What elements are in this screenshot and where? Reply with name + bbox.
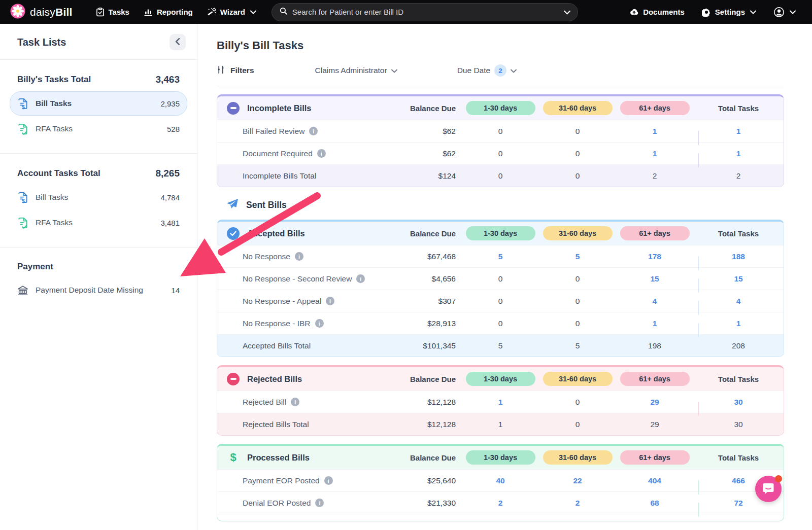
table-row: Denial EOR Posted i $21,330226872 <box>217 491 784 514</box>
task-count-cell[interactable]: 5 <box>462 252 539 261</box>
sidebar-section-total: 8,265 <box>155 168 180 179</box>
info-icon[interactable]: i <box>309 127 318 135</box>
task-count-cell: 0 <box>539 274 616 284</box>
task-count-total-cell: 0 <box>539 171 616 181</box>
minus-circle-icon <box>227 102 240 115</box>
task-count-cell[interactable]: 2 <box>462 499 539 508</box>
info-icon[interactable]: i <box>356 274 365 283</box>
chat-launcher-button[interactable] <box>755 476 782 502</box>
sidebar-item-label: RFA Tasks <box>36 124 160 133</box>
due-date-filter[interactable]: Due Date 2 <box>457 64 517 77</box>
task-count-cell[interactable]: 2 <box>539 499 616 508</box>
task-count-cell[interactable]: 40 <box>462 476 539 485</box>
sidebar-section-heading: Billy's Tasks Total <box>17 75 91 85</box>
task-count-cell[interactable]: 1 <box>616 149 693 158</box>
row-label: Payment EOR Posted i <box>217 476 391 485</box>
task-count-cell[interactable]: 1 <box>616 319 693 328</box>
search-input[interactable] <box>292 8 559 16</box>
column-header-balance-due: Balance Due <box>391 453 462 462</box>
sidebar-item-rfa-tasks[interactable]: RFA Tasks 528 <box>10 117 187 141</box>
task-count-cell[interactable]: 1 <box>462 398 539 407</box>
daisybill-logo[interactable]: daisyBill <box>10 4 73 21</box>
task-count-cell[interactable]: 1 <box>616 127 693 136</box>
column-header-balance-due: Balance Due <box>391 229 462 238</box>
balance-due-cell: $62 <box>391 149 462 158</box>
svg-text:$: $ <box>22 198 25 203</box>
wizard-wand-icon <box>207 8 216 17</box>
table-row: No Response - Appeal i $3070044 <box>217 290 784 312</box>
check-circle-icon <box>227 227 240 240</box>
table-total-row: Accepted Bills Total $101,34555198208 <box>217 334 784 357</box>
column-header-total-tasks: Total Tasks <box>693 375 784 383</box>
column-header-61-plus-days: 61+ days <box>616 372 693 386</box>
info-icon[interactable]: i <box>291 398 299 406</box>
info-icon[interactable]: i <box>295 252 303 261</box>
info-icon[interactable]: i <box>326 297 334 305</box>
rfa-doc-icon <box>17 123 28 134</box>
task-count-cell[interactable]: 29 <box>616 398 693 407</box>
sidebar-item-payment-deposit-date-missing[interactable]: Payment Deposit Date Missing 14 <box>10 278 187 302</box>
nav-item-wizard[interactable]: Wizard <box>201 5 262 20</box>
search-chevron-down-icon[interactable] <box>564 8 570 17</box>
brand-wordmark: daisyBill <box>30 6 73 18</box>
total-tasks-cell[interactable]: 4 <box>693 297 784 306</box>
sidebar-collapse-button[interactable] <box>170 34 186 50</box>
page-title: Billy's Bill Tasks <box>217 39 784 52</box>
svg-text:$: $ <box>22 104 25 110</box>
sidebar-item-bill-tasks[interactable]: $ Bill Tasks 2,935 <box>10 91 187 116</box>
daisy-flower-icon <box>10 4 25 21</box>
sidebar-section-total: 3,463 <box>155 74 180 85</box>
nav-item-settings[interactable]: Settings <box>696 5 762 20</box>
task-count-cell[interactable]: 404 <box>616 476 693 485</box>
filters-button[interactable]: Filters <box>217 65 254 76</box>
task-count-cell[interactable]: 15 <box>616 274 693 284</box>
info-icon[interactable]: i <box>315 499 324 507</box>
task-count-cell[interactable]: 4 <box>616 297 693 306</box>
total-tasks-cell[interactable]: 30 <box>693 398 784 407</box>
main-content: Billy's Bill Tasks Filters Claims Admini… <box>197 24 812 530</box>
sidebar-item-rfa-tasks[interactable]: RFA Tasks 3,481 <box>10 210 187 235</box>
due-date-filter-count-badge: 2 <box>494 64 506 77</box>
column-header-total-tasks: Total Tasks <box>693 453 784 462</box>
total-tasks-cell[interactable]: 188 <box>693 252 784 261</box>
filter-sliders-icon <box>217 65 225 76</box>
info-icon[interactable]: i <box>315 319 324 328</box>
task-count-cell[interactable]: 178 <box>616 252 693 261</box>
cloud-upload-icon <box>629 8 639 16</box>
row-label: Document Required i <box>217 149 391 158</box>
total-tasks-total-cell: 208 <box>693 341 784 350</box>
claims-administrator-filter[interactable]: Claims Administrator <box>315 66 397 75</box>
task-count-cell: 0 <box>539 297 616 306</box>
rejected-bills-table: Rejected Bills Balance Due 1-30 days 31-… <box>217 365 784 436</box>
sidebar-item-count: 14 <box>171 286 180 295</box>
total-tasks-cell[interactable]: 15 <box>693 274 784 284</box>
chevron-down-icon <box>511 66 517 75</box>
sidebar-item-count: 3,481 <box>160 219 180 227</box>
total-row-label: Accepted Bills Total <box>217 341 391 350</box>
chat-bubble-icon <box>762 482 775 497</box>
task-count-cell[interactable]: 22 <box>539 476 616 485</box>
total-tasks-cell[interactable]: 1 <box>693 149 784 158</box>
column-header-balance-due: Balance Due <box>391 375 462 383</box>
info-icon[interactable]: i <box>317 149 326 158</box>
rfa-doc-icon <box>17 217 28 228</box>
nav-item-reporting[interactable]: Reporting <box>138 5 199 19</box>
global-search[interactable] <box>272 3 578 21</box>
task-count-cell[interactable]: 68 <box>616 499 693 508</box>
total-tasks-cell[interactable]: 1 <box>693 319 784 328</box>
total-tasks-cell[interactable]: 1 <box>693 127 784 136</box>
balance-due-cell: $12,128 <box>391 398 462 407</box>
paper-plane-icon <box>226 198 239 211</box>
column-header-31-60-days: 31-60 days <box>539 372 616 386</box>
info-icon[interactable]: i <box>324 476 333 485</box>
task-count-total-cell: 5 <box>539 341 616 350</box>
sidebar-item-bill-tasks[interactable]: $ Bill Tasks 4,784 <box>10 185 187 209</box>
task-count-cell[interactable]: 5 <box>539 252 616 261</box>
sidebar-section-heading: Account Tasks Total <box>17 168 100 179</box>
nav-item-tasks[interactable]: Tasks <box>90 5 136 20</box>
minus-circle-icon <box>227 373 240 385</box>
row-label: No Response - Appeal i <box>217 297 391 306</box>
nav-item-documents[interactable]: Documents <box>623 5 691 19</box>
nav-item-profile[interactable] <box>767 4 802 21</box>
table-total-row: Rejected Bills Total $12,128102930 <box>217 413 784 435</box>
